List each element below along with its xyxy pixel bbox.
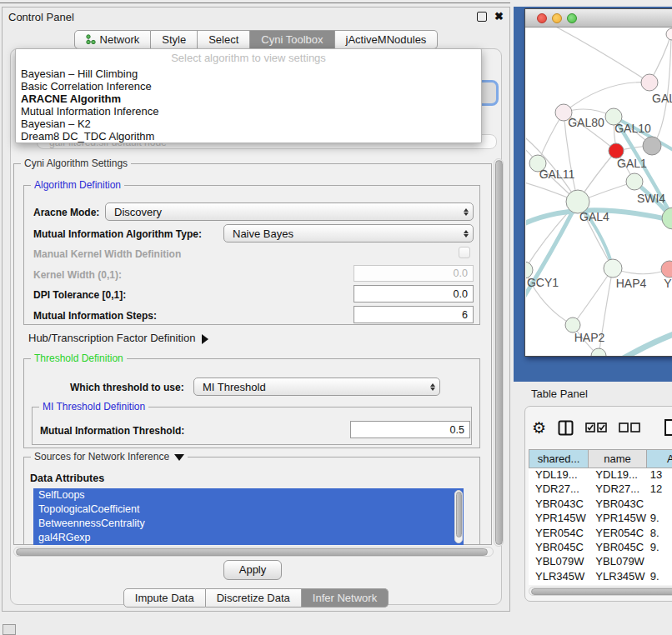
table-row[interactable]: YJL053CYJL053C9.: [529, 584, 672, 585]
which-threshold-combo[interactable]: MI Threshold: [193, 378, 440, 396]
algorithm-option[interactable]: Basic Correlation Inference: [16, 80, 481, 92]
attributes-scrollbar[interactable]: [454, 490, 463, 543]
table-row[interactable]: YBL079WYBL079W: [529, 555, 672, 569]
attribute-item[interactable]: SelfLoops: [33, 488, 464, 502]
table-cell[interactable]: YLR345W: [589, 570, 647, 584]
network-node[interactable]: [591, 348, 606, 356]
table-row[interactable]: YER054CYER054C8.: [529, 527, 672, 541]
tab-select[interactable]: Select: [198, 30, 250, 49]
split-columns-icon[interactable]: [558, 420, 574, 436]
tab-network[interactable]: Network: [74, 30, 152, 49]
tab-cyni-toolbox[interactable]: Cyni Toolbox: [250, 30, 334, 49]
tab-impute-data[interactable]: Impute Data: [123, 588, 206, 608]
float-panel-icon[interactable]: [477, 12, 487, 22]
mi-steps-field[interactable]: 6: [354, 306, 474, 323]
deselect-all-checkboxes-icon[interactable]: [619, 422, 640, 432]
table-row[interactable]: YPR145WYPR145W9.: [529, 512, 672, 526]
network-edge[interactable]: [551, 28, 649, 82]
table-cell[interactable]: YER054C: [589, 527, 647, 541]
settings-vertical-scrollbar[interactable]: [494, 158, 504, 547]
network-edge[interactable]: [652, 34, 671, 146]
network-node[interactable]: [643, 137, 661, 155]
table-row[interactable]: YBR045CYBR045C9.: [529, 541, 672, 555]
table-cell[interactable]: YBR043C: [589, 498, 647, 512]
aracne-mode-combo[interactable]: Discovery: [105, 202, 474, 221]
apply-button[interactable]: Apply: [223, 560, 282, 580]
select-all-checkboxes-icon[interactable]: [585, 422, 607, 432]
table-cell[interactable]: YDR27...: [529, 482, 589, 497]
algorithm-option[interactable]: Bayesian – Hill Climbing: [16, 68, 481, 80]
tab-discretize-data[interactable]: Discretize Data: [206, 588, 302, 608]
table-cell[interactable]: YER054C: [529, 527, 589, 541]
mi-threshold-field[interactable]: 0.5: [350, 421, 470, 438]
table-row[interactable]: YBR043CYBR043C: [529, 498, 672, 512]
table-cell[interactable]: 9.: [647, 512, 672, 526]
network-node[interactable]: [626, 173, 643, 190]
tab-infer-network[interactable]: Infer Network: [302, 588, 389, 608]
algorithm-option[interactable]: Dream8 DC_TDC Algorithm: [16, 130, 481, 142]
kernel-width-field[interactable]: 0.0: [354, 265, 474, 282]
network-edge[interactable]: [573, 268, 613, 325]
new-table-icon[interactable]: [664, 418, 672, 437]
algorithm-option[interactable]: ARACNE Algorithm: [16, 92, 481, 105]
minimize-window-icon[interactable]: [552, 13, 562, 23]
dpi-tolerance-field[interactable]: 0.0: [354, 285, 474, 302]
network-edge[interactable]: [564, 82, 649, 112]
table-cell[interactable]: YDL19...: [529, 468, 589, 482]
network-node[interactable]: [641, 74, 658, 91]
table-cell[interactable]: YBR045C: [529, 541, 589, 555]
table-cell[interactable]: YJL053C: [589, 584, 647, 585]
network-canvas[interactable]: GALGAL80GAL10GAL1GAL11SWI4GAL4GCY1HAP4YH…: [526, 28, 672, 356]
tab-label: Discretize Data: [217, 592, 290, 604]
table-cell[interactable]: YDL19...: [589, 468, 647, 482]
gear-icon[interactable]: ⚙: [532, 420, 546, 436]
network-window-titlebar[interactable]: [525, 9, 672, 28]
table-cell[interactable]: YPR145W: [529, 512, 589, 526]
attribute-item[interactable]: BetweennessCentrality: [33, 517, 464, 531]
tab-style[interactable]: Style: [151, 30, 198, 49]
column-header[interactable]: shared...: [529, 449, 589, 468]
mi-threshold-label: Mutual Information Threshold:: [40, 425, 184, 437]
table-row[interactable]: YDR27...YDR27...12: [529, 482, 672, 497]
collapsed-panel-icon[interactable]: [3, 624, 16, 635]
mi-type-combo[interactable]: Naive Bayes: [223, 224, 474, 242]
hub-definition-expander[interactable]: Hub/Transcription Factor Definition: [28, 332, 208, 344]
column-header[interactable]: A: [647, 449, 672, 468]
table-cell[interactable]: YBL079W: [529, 555, 589, 569]
table-cell[interactable]: 9.: [647, 584, 672, 585]
table-cell[interactable]: 12: [647, 482, 672, 497]
table-cell[interactable]: [647, 555, 672, 569]
table-cell[interactable]: 13: [647, 468, 672, 482]
algorithm-option[interactable]: Bayesian – K2: [16, 118, 481, 130]
table-cell[interactable]: [647, 498, 672, 512]
table-cell[interactable]: 8.: [647, 527, 672, 541]
table-row[interactable]: YDL19...YDL19...13: [529, 468, 672, 482]
network-node[interactable]: [604, 259, 622, 278]
tab-jactivemnodules[interactable]: jActiveMNodules: [335, 30, 439, 49]
maximize-window-icon[interactable]: [567, 13, 577, 23]
network-edge[interactable]: [622, 332, 672, 356]
table-cell[interactable]: YBR043C: [529, 498, 589, 512]
attribute-item[interactable]: TopologicalCoefficient: [33, 502, 464, 517]
settings-horizontal-scrollbar[interactable]: [13, 547, 494, 557]
column-header[interactable]: name: [589, 449, 646, 468]
node-label: HAP4: [616, 277, 647, 290]
algorithm-option[interactable]: Mutual Information Inference: [16, 105, 481, 118]
table-cell[interactable]: 9.: [647, 570, 672, 584]
close-window-icon[interactable]: [537, 13, 547, 23]
table-cell[interactable]: YPR145W: [589, 512, 647, 526]
attribute-item[interactable]: gal4RGexp: [33, 531, 464, 545]
network-node[interactable]: [666, 28, 672, 40]
table-cell[interactable]: YLR345W: [529, 570, 589, 584]
manual-kernel-checkbox[interactable]: [459, 247, 470, 258]
network-node[interactable]: [661, 261, 672, 278]
table-cell[interactable]: YJL053C: [529, 584, 589, 585]
table-row[interactable]: YLR345WYLR345W9.: [529, 570, 672, 584]
table-horizontal-scrollbar[interactable]: [529, 587, 672, 596]
table-cell[interactable]: YBR045C: [589, 541, 647, 555]
node-label: GAL4: [579, 210, 609, 223]
close-panel-icon[interactable]: ✖: [494, 12, 504, 21]
table-cell[interactable]: YBL079W: [589, 555, 647, 569]
table-cell[interactable]: 9.: [647, 541, 672, 555]
table-cell[interactable]: YDR27...: [589, 482, 647, 497]
